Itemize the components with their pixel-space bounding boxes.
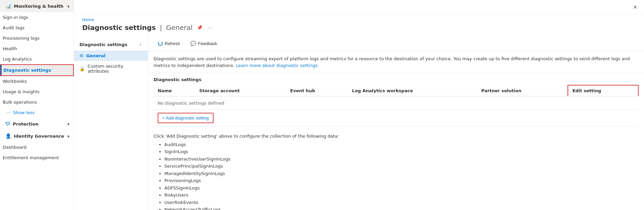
chevron-up-icon: ∧ [67,4,70,8]
page-title-separator: | [160,24,162,32]
col-log-analytics: Log Analytics workspace [348,85,477,96]
pin-button[interactable]: 📌 [195,24,204,32]
list-item: ProvisioningLogs [164,177,639,184]
sidebar-item-diagnostic-settings-label: Diagnostic settings [3,68,51,73]
no-data-row: No diagnostic settings defined [154,96,638,110]
sidebar-section-governance[interactable]: 👤 Identity Governance ∧ [0,130,74,142]
collection-info: Click 'Add Diagnostic setting' above to … [148,130,644,210]
table-section-title: Diagnostic settings [154,77,639,82]
sidebar-governance-items: Dashboard Entitlement management [0,142,74,163]
list-item: UserRiskEvents [164,199,639,206]
list-item: ADFSSignInLogs [164,184,639,192]
sidebar-item-dashboard-label: Dashboard [3,145,27,150]
sidebar-item-dashboard[interactable]: Dashboard [0,142,74,152]
chevron-down-icon: ∨ [67,122,70,126]
content-area: Home Diagnostic settings | General 📌 ···… [74,15,644,210]
breadcrumb-home[interactable]: Home [82,18,94,22]
sidebar-item-workbooks-label: Workbooks [3,79,27,84]
sidebar-item-diagnostic-settings[interactable]: Diagnostic settings [0,64,74,76]
list-item: SignInLogs [164,148,639,155]
main-content: ✕ Home Diagnostic settings | General 📌 ·… [74,0,644,210]
sidebar-item-health-label: Health [3,46,17,51]
sidebar-item-log-analytics-label: Log Analytics [3,57,32,62]
refresh-button[interactable]: Refresh [154,39,185,48]
sidebar-item-signin-logs-label: Sign-in logs [3,15,28,20]
sidebar-monitoring-items: Sign-in logs Audit logs Provisioning log… [0,12,74,107]
page-header: Diagnostic settings | General 📌 ··· [74,22,644,36]
sidebar-item-entitlement[interactable]: Entitlement management [0,152,74,163]
sidebar-item-health[interactable]: Health [0,43,74,54]
page-subtitle: General [166,24,193,32]
feedback-icon: 💬 [190,41,196,46]
add-diagnostic-button[interactable]: + Add diagnostic setting [158,113,214,123]
list-item: ServicePrincipalSignInLogs [164,163,639,170]
chevron-up-icon2: ∧ [67,134,70,138]
page-title: Diagnostic settings [82,24,156,32]
sidebar-item-provisioning-logs[interactable]: Provisioning logs [0,33,74,43]
toolbar: Refresh 💬 Feedback [148,36,644,51]
sidebar-item-signin-logs[interactable]: Sign-in logs [0,12,74,23]
left-panel-item-general-label: General [86,53,105,58]
right-panel: Refresh 💬 Feedback Diagnostic settings a… [148,36,644,210]
left-panel-header: Diagnostic settings [79,42,127,47]
sidebar-item-usage-insights-label: Usage & insights [3,89,40,94]
sidebar-section-monitoring-label: Monitoring & health [14,4,63,9]
feedback-label: Feedback [198,41,217,46]
diagnostic-table: Name Storage account Event hub Log Analy… [154,85,639,126]
sidebar-item-provisioning-logs-label: Provisioning logs [3,36,39,41]
feedback-button[interactable]: 💬 Feedback [186,38,222,48]
add-button-row: + Add diagnostic setting [154,110,638,126]
sidebar: 📊 Monitoring & health ∧ Sign-in logs Aud… [0,0,74,210]
sidebar-section-governance-label: Identity Governance [14,134,64,139]
sidebar-item-log-analytics[interactable]: Log Analytics [0,54,74,64]
description-text: Diagnostic settings are used to configur… [154,56,630,68]
left-panel-item-custom-security-label: Custom security attributes [88,64,142,74]
col-edit-setting: Edit setting [568,85,638,96]
sidebar-show-less-label: Show less [13,110,34,115]
collection-info-text: Click 'Add Diagnostic setting' above to … [154,133,639,140]
list-item: NetworkAccessTrafficLogs [164,206,639,210]
col-name: Name [154,85,195,96]
custom-security-icon: 🔒 [79,66,85,71]
list-item: ManagedIdentitySignInLogs [164,170,639,177]
no-data-message: No diagnostic settings defined [158,101,224,106]
description-link[interactable]: Learn more about diagnostic settings [236,63,318,68]
sidebar-item-entitlement-label: Entitlement management [3,155,59,160]
left-panel-item-general[interactable]: ⚙ General [74,50,148,61]
sidebar-item-usage-insights[interactable]: Usage & insights [0,86,74,97]
list-item: RiskyUsers [164,191,639,199]
general-settings-icon: ⚙ [79,53,84,58]
governance-icon: 👤 [5,133,11,139]
col-event-hub: Event hub [286,85,348,96]
col-partner: Partner solution [477,85,568,96]
content-body: Diagnostic settings ‹ ⚙ General 🔒 Custom… [74,36,644,210]
refresh-icon [158,41,163,46]
list-item: NonInteractiveUserSignInLogs [164,155,639,163]
collapse-panel-button[interactable]: ‹ [136,40,145,49]
more-options-button[interactable]: ··· [206,24,213,32]
sidebar-show-less[interactable]: ··· Show less [0,107,74,118]
sidebar-item-workbooks[interactable]: Workbooks [0,76,74,86]
close-button[interactable]: ✕ [632,3,639,12]
sidebar-section-protection-label: Protection [13,121,38,127]
monitor-icon: 📊 [5,3,11,9]
sidebar-section-protection[interactable]: 🛡 Protection ∨ [0,118,74,130]
sidebar-section-monitoring[interactable]: 📊 Monitoring & health ∧ [0,0,74,12]
sidebar-item-bulk-operations[interactable]: Bulk operations [0,97,74,107]
sidebar-item-audit-logs-label: Audit logs [3,25,25,30]
col-storage: Storage account [195,85,286,96]
list-item: AuditLogs [164,141,639,148]
ellipsis-icon: ··· [7,110,11,115]
diagnostic-table-section: Diagnostic settings Name Storage account… [148,73,644,130]
breadcrumb: Home [74,15,644,22]
description: Diagnostic settings are used to configur… [148,51,644,73]
sidebar-item-audit-logs[interactable]: Audit logs [0,23,74,33]
data-list: AuditLogs SignInLogs NonInteractiveUserS… [154,141,639,210]
topbar: ✕ [74,0,644,15]
protection-icon: 🛡 [5,121,10,127]
refresh-label: Refresh [165,41,180,46]
left-panel-item-custom-security[interactable]: 🔒 Custom security attributes [74,61,148,76]
sidebar-item-bulk-operations-label: Bulk operations [3,100,37,105]
left-panel: Diagnostic settings ‹ ⚙ General 🔒 Custom… [74,36,148,210]
